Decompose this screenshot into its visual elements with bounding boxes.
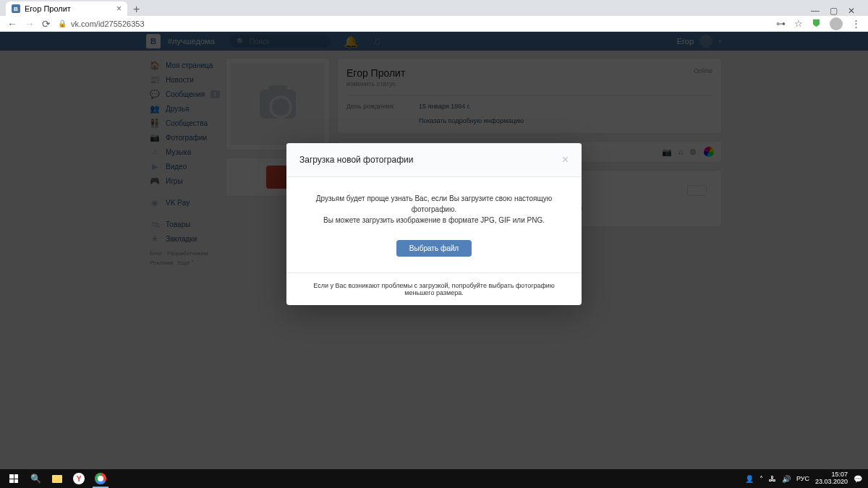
forward-button[interactable]: → xyxy=(25,18,35,30)
window-controls: — ▢ ✕ xyxy=(811,6,862,16)
modal-footer-text: Если у Вас возникают проблемы с загрузко… xyxy=(286,273,582,305)
menu-icon[interactable]: ⋮ xyxy=(851,18,861,29)
modal-overlay[interactable]: Загрузка новой фотографии × Друзьям буде… xyxy=(0,32,868,469)
modal-title: Загрузка новой фотографии xyxy=(299,155,413,165)
people-icon[interactable]: 👤 xyxy=(745,475,754,483)
upload-photo-modal: Загрузка новой фотографии × Друзьям буде… xyxy=(286,143,582,305)
taskbar-clock[interactable]: 15:07 23.03.2020 xyxy=(815,471,848,486)
search-task-icon[interactable]: 🔍 xyxy=(25,469,46,488)
shield-icon[interactable]: ⛊ xyxy=(812,18,821,29)
minimize-icon[interactable]: — xyxy=(811,6,820,16)
maximize-icon[interactable]: ▢ xyxy=(830,6,838,16)
modal-description: Друзьям будет проще узнать Вас, если Вы … xyxy=(305,193,563,226)
network-icon[interactable]: 🖧 xyxy=(769,475,776,483)
profile-avatar-icon[interactable] xyxy=(830,17,843,30)
lock-icon: 🔒 xyxy=(58,20,67,27)
reload-button[interactable]: ⟳ xyxy=(42,18,51,30)
taskbar-lang[interactable]: РУС xyxy=(796,475,809,482)
close-window-icon[interactable]: ✕ xyxy=(848,6,855,16)
url-text: vk.com/id275526353 xyxy=(71,20,145,28)
address-bar[interactable]: 🔒 vk.com/id275526353 xyxy=(58,20,769,28)
file-explorer-icon[interactable] xyxy=(46,469,68,488)
browser-toolbar: ← → ⟳ 🔒 vk.com/id275526353 ⊶ ☆ ⛊ ⋮ xyxy=(0,16,868,32)
start-button[interactable] xyxy=(3,469,25,488)
key-icon[interactable]: ⊶ xyxy=(776,18,786,29)
tray-chevron-icon[interactable]: ˄ xyxy=(760,475,763,483)
close-tab-icon[interactable]: × xyxy=(116,4,122,14)
tab-title: Егор Пролит xyxy=(25,4,71,13)
volume-icon[interactable]: 🔊 xyxy=(782,475,791,483)
action-center-icon[interactable]: 💬 xyxy=(854,475,862,483)
bookmark-icon[interactable]: ☆ xyxy=(794,18,803,29)
back-button[interactable]: ← xyxy=(7,18,17,30)
browser-tab-strip: B Егор Пролит × + — ▢ ✕ xyxy=(0,0,868,16)
new-tab-button[interactable]: + xyxy=(127,3,145,16)
yandex-browser-icon[interactable]: Y xyxy=(68,469,90,488)
vk-favicon: B xyxy=(12,4,20,13)
chrome-task-icon[interactable] xyxy=(90,469,111,488)
windows-taskbar: 🔍 Y 👤 ˄ 🖧 🔊 РУС 15:07 23.03.2020 💬 xyxy=(0,469,868,488)
browser-tab[interactable]: B Егор Пролит × xyxy=(6,1,127,16)
choose-file-button[interactable]: Выбрать файл xyxy=(396,240,472,257)
modal-close-icon[interactable]: × xyxy=(562,153,569,166)
